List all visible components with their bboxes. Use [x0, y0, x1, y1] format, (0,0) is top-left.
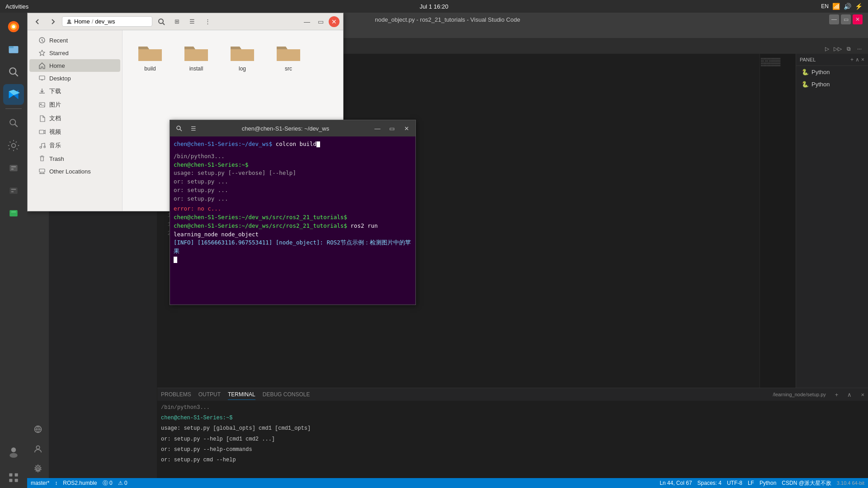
panel-collapse-button[interactable]: ∧ — [855, 56, 859, 63]
fm-sidebar-music[interactable]: 音乐 — [29, 139, 120, 152]
svg-line-6 — [15, 74, 18, 76]
status-bar: master* ↕ ROS2.humble ⓪ 0 ⚠ 0 Ln 44, Col… — [27, 478, 868, 488]
fm-sidebar-trash[interactable]: Trash — [29, 152, 120, 165]
fm-path-bar[interactable]: Home / dev_ws — [62, 16, 152, 27]
fm-folder-src[interactable]: src — [268, 38, 309, 75]
right-panel-item-python1[interactable]: 🐍 Python — [796, 66, 868, 78]
fm-maximize-button[interactable]: ▭ — [315, 16, 326, 27]
dock-avatar[interactable] — [3, 441, 24, 462]
dock — [0, 13, 27, 488]
status-ros[interactable]: ROS2.humble — [63, 480, 97, 486]
dock-search[interactable] — [3, 61, 24, 82]
panel-tab-output[interactable]: OUTPUT — [198, 389, 221, 400]
term-search-button[interactable] — [174, 123, 184, 134]
fm-documents-label: 文档 — [49, 114, 61, 122]
close-button[interactable]: ✕ — [853, 14, 863, 24]
run-button[interactable]: ▷ — [822, 44, 832, 54]
fm-search-button[interactable] — [155, 15, 168, 28]
fm-sidebar-desktop[interactable]: Desktop — [29, 72, 120, 84]
fm-sidebar-downloads[interactable]: 下载 — [29, 84, 120, 98]
dock-ssd2[interactable] — [3, 180, 24, 201]
svg-rect-53 — [39, 169, 45, 172]
dock-firefox[interactable] — [3, 16, 24, 37]
status-warnings[interactable]: ⚠ 0 — [118, 480, 127, 486]
fm-grid-view-button[interactable]: ⊞ — [170, 15, 183, 28]
panel-collapse-up[interactable]: ∧ — [847, 391, 852, 398]
status-encoding[interactable]: UTF-8 — [727, 480, 742, 486]
status-language[interactable]: Python — [760, 480, 776, 486]
activity-settings[interactable] — [29, 460, 47, 478]
panel-close[interactable]: × — [861, 391, 864, 398]
fm-more-button[interactable]: ⋮ — [201, 15, 214, 28]
fm-sidebar-documents[interactable]: 文档 — [29, 112, 120, 125]
maximize-button[interactable]: ▭ — [841, 14, 851, 24]
svg-point-38 — [36, 446, 39, 449]
fm-videos-label: 视频 — [49, 128, 61, 136]
status-sync[interactable]: ↕ — [55, 480, 57, 486]
status-eol[interactable]: LF — [748, 480, 754, 486]
dock-vscode[interactable] — [3, 84, 24, 105]
right-panel-item-python2[interactable]: 🐍 Python — [796, 78, 868, 90]
fm-minimize-button[interactable]: — — [302, 16, 312, 27]
svg-point-2 — [12, 25, 15, 28]
panel-tab-debug[interactable]: DEBUG CONSOLE — [263, 389, 310, 400]
activity-account[interactable] — [29, 440, 47, 458]
dock-settings[interactable] — [3, 135, 24, 156]
term-minimize-button[interactable]: — — [372, 123, 383, 134]
panel-add-terminal[interactable]: + — [835, 391, 839, 398]
fm-folder-log[interactable]: log — [222, 38, 263, 75]
svg-line-8 — [15, 124, 18, 127]
term-command: colcon build — [276, 141, 316, 147]
top-bar: Activities Jul 1 16:20 EN 📶 🔊 ⚡ — [0, 0, 868, 13]
dock-apps[interactable] — [3, 467, 24, 488]
fm-sidebar-recent[interactable]: Recent — [29, 34, 120, 47]
term-close-button[interactable]: ✕ — [401, 123, 412, 134]
status-errors[interactable]: ⓪ 0 — [103, 479, 113, 487]
run-debug-button[interactable]: ▷▷ — [833, 44, 843, 54]
terminal-body[interactable]: chen@chen-S1-Series:~/dev_ws$ colcon bui… — [170, 136, 415, 305]
panel-add-button[interactable]: + — [850, 56, 854, 63]
minimap: ████████████████████████ ████ ████ █████… — [760, 54, 796, 388]
activity-remote[interactable] — [29, 420, 47, 438]
split-editor-button[interactable]: ⧉ — [844, 44, 854, 54]
fm-desktop-label: Desktop — [49, 75, 71, 82]
svg-line-42 — [163, 23, 165, 25]
fm-close-button[interactable]: ✕ — [329, 16, 340, 27]
fm-list-view-button[interactable]: ☰ — [186, 15, 198, 28]
term-maximize-button[interactable]: ▭ — [387, 123, 397, 134]
panel-line: /bin/python3... — [161, 403, 864, 413]
fm-forward-button[interactable] — [47, 15, 59, 28]
minimize-button[interactable]: — — [829, 14, 839, 24]
panel-tab-problems[interactable]: PROBLEMS — [161, 389, 191, 400]
svg-rect-12 — [11, 169, 14, 170]
more-actions-button[interactable]: ··· — [854, 44, 864, 54]
status-ln-col[interactable]: Ln 44, Col 67 — [660, 480, 692, 486]
term-menu-button[interactable]: ☰ — [188, 123, 199, 134]
right-panel-header: PANEL + ∧ × — [796, 54, 868, 66]
term-green-prompt3: chen@chen-S1-Series:~/dev_ws/src/ros2_21… — [174, 222, 347, 229]
dock-files[interactable] — [3, 39, 24, 60]
panel-line: or: setup.py cmd --help — [161, 455, 864, 465]
fm-sidebar-home[interactable]: Home — [29, 59, 120, 72]
dock-ssd3[interactable] — [3, 203, 24, 224]
dock-magnifier[interactable] — [3, 113, 24, 133]
dock-ssd1[interactable] — [3, 158, 24, 178]
panel-tab-terminal[interactable]: TERMINAL — [228, 389, 255, 400]
status-branch[interactable]: master* — [31, 480, 49, 486]
fm-downloads-label: 下载 — [49, 87, 61, 95]
status-spaces[interactable]: Spaces: 4 — [698, 480, 722, 486]
activities-label[interactable]: Activities — [5, 3, 28, 10]
fm-folder-install[interactable]: install — [176, 38, 217, 75]
fm-sidebar-other-locations[interactable]: Other Locations — [29, 165, 120, 178]
panel-close-button[interactable]: × — [861, 56, 864, 63]
panel-content[interactable]: /bin/python3... chen@chen-S1-Series:~$ u… — [157, 401, 868, 478]
fm-back-button[interactable] — [31, 15, 44, 28]
fm-folder-build[interactable]: build — [130, 38, 170, 75]
panel-area: PROBLEMS OUTPUT TERMINAL DEBUG CONSOLE /… — [157, 388, 868, 478]
fm-sidebar-starred[interactable]: Starred — [29, 47, 120, 59]
svg-marker-44 — [39, 50, 45, 56]
fm-sidebar-videos[interactable]: 视频 — [29, 125, 120, 139]
right-panel: PANEL + ∧ × 🐍 Python 🐍 Python — [796, 54, 868, 388]
fm-titlebar: Home / dev_ws ⊞ ☰ ⋮ — ▭ ✕ — [28, 13, 343, 30]
fm-sidebar-pictures[interactable]: 图片 — [29, 98, 120, 112]
